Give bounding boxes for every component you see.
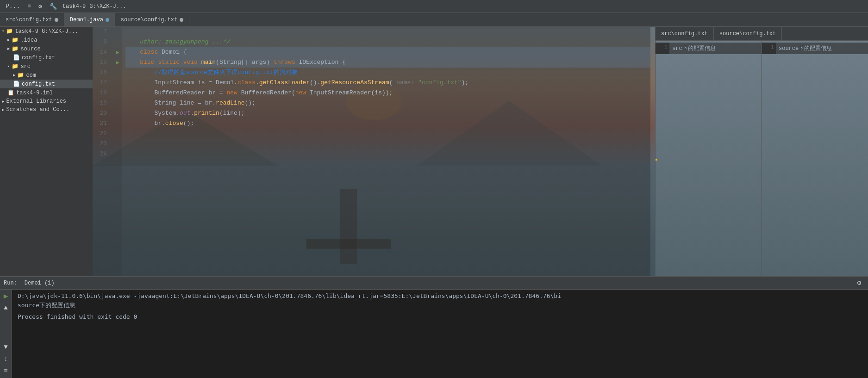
folder-icon: 📁: [12, 63, 19, 70]
code-token: ));: [382, 88, 393, 98]
gutter-empty-16: [113, 68, 122, 78]
gutter-arrow-14[interactable]: ▶: [113, 47, 122, 57]
gutter-empty-24: [113, 149, 122, 159]
right-tab-source-config[interactable]: source\config.txt: [714, 27, 782, 40]
sidebar-item-source-config[interactable]: 📄 config.txt: [0, 53, 93, 62]
settings-icon[interactable]: ⚙: [37, 2, 44, 11]
code-token: (: [216, 57, 219, 68]
gutter-empty-23: [113, 139, 122, 149]
gutter-empty-22: [113, 129, 122, 139]
sidebar-item-com[interactable]: ▶ 📁 com: [0, 71, 93, 80]
code-token: ().: [310, 78, 320, 88]
right-tab-src-config[interactable]: src\config.txt: [656, 27, 714, 40]
right-tab-label: src\config.txt: [661, 31, 708, 37]
sidebar-item-src[interactable]: ▾ 📁 src: [0, 62, 93, 71]
code-token: class: [237, 78, 256, 88]
code-token: .: [162, 118, 165, 129]
scroll-up-button[interactable]: ▲: [1, 303, 11, 313]
tab-src-config[interactable]: src\config.txt: [0, 13, 64, 26]
menu-icon[interactable]: ≡: [25, 2, 33, 11]
gutter-empty-21: [113, 118, 122, 129]
expand-arrow-icon: ▶: [2, 99, 4, 104]
bottom-side-toolbar: ▶ ▲ ▼ ↕ ≡: [0, 290, 12, 378]
line-num: 1: [657, 44, 668, 51]
line-num-20: 20: [93, 108, 110, 118]
filter-button[interactable]: ≡: [1, 366, 11, 376]
close-icon[interactable]: [106, 18, 109, 22]
source-config-content: source下的配置信息: [779, 45, 832, 52]
sidebar-item-config-txt[interactable]: 📄 config.txt: [0, 80, 93, 88]
code-token: .: [234, 78, 237, 88]
expand-arrow-icon: ▾: [2, 29, 4, 34]
close-icon[interactable]: [180, 18, 183, 22]
sidebar-item-source[interactable]: ▶ 📁 source: [0, 44, 93, 53]
sidebar-item-scratches[interactable]: ▶ Scratches and Co...: [0, 105, 93, 114]
code-token: (: [292, 88, 295, 98]
code-line-19: String line = br . readLine ();: [125, 98, 650, 108]
gutter-empty-17: [113, 78, 122, 88]
sidebar-item-ext-libs[interactable]: ▶ External Libraries: [0, 97, 93, 105]
run-button[interactable]: ▶: [4, 291, 8, 301]
sidebar-item-idea[interactable]: ▶ 📁 .idea: [0, 36, 93, 44]
sidebar-item-iml[interactable]: 📋 task4-9.iml: [0, 88, 93, 97]
code-line-14: class Demo1 {: [125, 47, 650, 57]
code-token: .: [176, 108, 180, 118]
right-panel-src: 1 src下的配置信息: [656, 41, 762, 276]
close-icon[interactable]: [55, 18, 58, 22]
gutter-empty-8: [113, 37, 122, 47]
demo-label[interactable]: Demo1 (1): [21, 280, 58, 286]
code-token: ): [266, 57, 274, 68]
gutter-arrow-15[interactable]: ▶: [113, 57, 122, 68]
tool-icon[interactable]: 🔧: [48, 2, 59, 11]
code-token: System: [154, 108, 176, 118]
right-panels: src\config.txt source\config.txt 1: [655, 27, 868, 276]
line-num-18: 18: [93, 88, 110, 98]
code-editor[interactable]: 7 8 14 15 16 17 18 19 20 21 22 23 24 ▶ ▶: [93, 27, 655, 276]
file-icon: 📋: [7, 89, 14, 96]
code-token-ioexception: IOException {: [299, 57, 346, 68]
settings-button[interactable]: ⚙: [854, 278, 864, 288]
code-token: [125, 118, 154, 129]
line-num-16: 16: [93, 68, 110, 78]
code-token: readLine: [216, 98, 244, 108]
code-content[interactable]: uthor: zhangyunpeng ...*/ class Demo1 { …: [122, 27, 650, 276]
code-token: []: [241, 57, 252, 68]
code-token-pub: blic: [140, 57, 158, 68]
sidebar-item-project[interactable]: ▾ 📁 task4-9 G:\XZK-J...: [0, 27, 93, 36]
sidebar-item-label: source: [20, 46, 40, 52]
expand-arrow-icon: ▶: [7, 37, 10, 43]
file-icon: 📄: [13, 54, 20, 61]
bottom-content: ▶ ▲ ▼ ↕ ≡ D:\java\jdk-11.0.6\bin\java.ex…: [0, 290, 868, 378]
code-token: (: [371, 88, 375, 98]
code-token-throws: throws: [274, 57, 299, 68]
gutter: ▶ ▶: [113, 27, 122, 276]
code-line-16: //取得的是source文件夹下得config.txt的流对象: [125, 68, 650, 78]
code-token: InputStream: [154, 78, 198, 88]
code-token-hint: name:: [396, 78, 418, 88]
sidebar-item-label: src: [20, 63, 31, 70]
right-tab-bar: src\config.txt source\config.txt: [656, 27, 868, 41]
right-panel-source: 1 source下的配置信息: [762, 41, 868, 276]
scroll-down-button[interactable]: ▼: [1, 342, 11, 352]
code-token: is: [375, 88, 382, 98]
right-panel-src-code: src下的配置信息: [669, 43, 762, 54]
expand-arrow-icon: ▶: [2, 107, 4, 112]
code-token: =: [198, 98, 205, 108]
scroll-wrap-button[interactable]: ↕: [1, 354, 11, 364]
code-token: );: [462, 78, 469, 88]
expand-arrow-icon: ▶: [13, 73, 15, 78]
run-exit-line: Process finished with exit code 0: [18, 313, 862, 320]
code-token: [125, 98, 154, 108]
line-num-8: 8: [93, 37, 110, 47]
scrollbar[interactable]: [650, 27, 655, 276]
sidebar-item-label: task4-9 G:\XZK-J...: [15, 28, 78, 35]
code-token-string: String: [219, 57, 241, 68]
tab-source-config[interactable]: source\config.txt: [115, 13, 189, 26]
file-icon: 📄: [13, 81, 20, 87]
tab-demo1[interactable]: Demo1.java: [64, 13, 115, 26]
line-num: 1: [764, 44, 774, 51]
code-token: Demo1: [216, 78, 234, 88]
expand-arrow-icon: ▾: [7, 64, 10, 69]
expand-arrow-icon: ▶: [7, 46, 10, 51]
code-token: BufferedReader: [241, 88, 292, 98]
